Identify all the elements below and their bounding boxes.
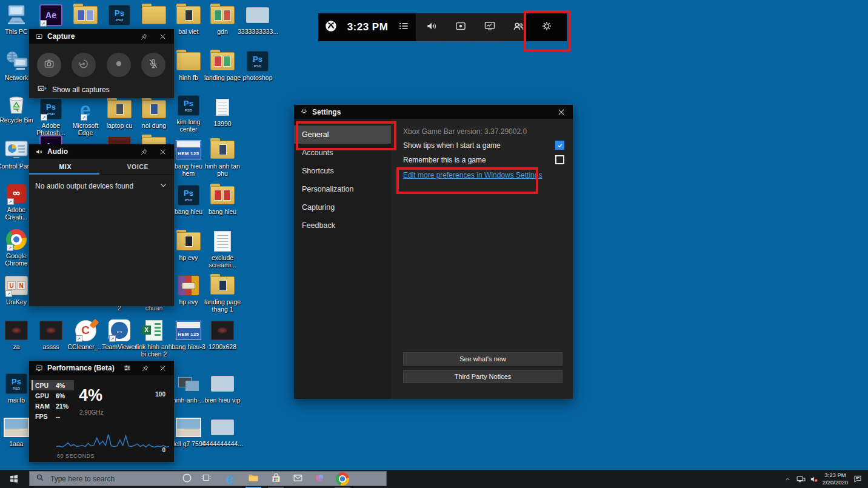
audio-tab-voice[interactable]: VOICE — [102, 159, 175, 174]
desktop-icon-label: noi dung — [142, 122, 166, 129]
gamebar-capture-button[interactable] — [446, 13, 475, 41]
taskbar-app-cortana[interactable] — [178, 470, 196, 488]
start-button[interactable] — [0, 470, 28, 488]
desktop-icon-hinh-anh-tan-phu[interactable]: hinh anh tan phu — [202, 138, 242, 177]
perf-stat-fps[interactable]: FPS-- — [32, 411, 74, 421]
folder-icon — [176, 230, 201, 253]
audio-tab-mix[interactable]: MIX — [29, 159, 102, 174]
folder-icon — [210, 274, 235, 297]
tray-chevron-up-icon[interactable] — [781, 470, 794, 488]
settings-titlebar[interactable]: Settings — [294, 105, 573, 119]
checkbox-checked[interactable] — [555, 141, 564, 150]
taskbar-app-chrome[interactable] — [333, 470, 352, 488]
close-icon[interactable] — [158, 363, 168, 373]
close-icon[interactable] — [157, 146, 168, 157]
pin-icon[interactable] — [138, 31, 149, 42]
audio-widget-title: Audio — [47, 147, 130, 156]
desktop-icon-label: dell g7 7590 — [171, 440, 205, 447]
audio-widget-titlebar[interactable]: Audio — [29, 144, 174, 159]
performance-widget-title: Performance (Beta) — [47, 364, 115, 372]
desktop-icon-1200x628[interactable]: 1200x628 — [202, 319, 242, 350]
desktop-icon-landing-page-thang-1[interactable]: landing page thang 1 — [202, 274, 242, 313]
record-last-button[interactable] — [72, 53, 96, 77]
checkbox-unchecked[interactable] — [555, 155, 564, 164]
chrome-icon — [336, 472, 349, 486]
settings-nav-shortcuts[interactable]: Shortcuts — [294, 162, 391, 180]
perf-stat-ram[interactable]: RAM21% — [32, 401, 74, 411]
performance-sparkline — [56, 421, 169, 452]
perf-stat-value: -- — [56, 413, 60, 420]
desktop-icon-3333333333[interactable]: 3333333333... — [238, 4, 278, 35]
settings-nav-capturing[interactable]: Capturing — [294, 198, 391, 216]
settings-nav-feedback[interactable]: Feedback — [294, 216, 391, 235]
perf-stat-label: RAM — [35, 403, 51, 410]
gamebar-active-underline — [476, 41, 501, 43]
desktop-icon-label: Google Chrome — [5, 252, 27, 267]
taskbar-app-photos[interactable] — [310, 470, 329, 488]
performance-icon — [484, 20, 496, 35]
hem-icon: HEM 125 — [176, 319, 201, 342]
desktop-icon-label: assss — [43, 343, 59, 350]
tray-volume-muted-icon[interactable] — [807, 470, 821, 488]
desktop-icon-4444444444[interactable]: 4444444444... — [202, 416, 242, 447]
gamebar-performance-button[interactable] — [475, 13, 504, 41]
desktop-icon-photoshop[interactable]: PsPSDphotoshop — [238, 50, 278, 81]
psd-icon: PsPSD — [178, 94, 199, 117]
taskbar-app-store[interactable] — [267, 470, 285, 488]
desktop-icon-gdn[interactable]: gdn — [202, 4, 242, 35]
widget-menu-icon[interactable] — [398, 20, 410, 35]
store-icon — [270, 472, 282, 486]
tray-clock[interactable]: 3:23 PM 2/20/2020 — [821, 472, 850, 486]
excel-icon: X — [145, 319, 162, 342]
desktop-icon-label: 13990 — [213, 120, 231, 127]
action-center-icon[interactable] — [851, 470, 864, 488]
close-icon[interactable] — [157, 31, 168, 42]
desktop-icon-bien-hieu-vip[interactable]: bien hieu vip — [202, 372, 242, 404]
gamebar-audio-button[interactable] — [417, 13, 446, 41]
shortcut-arrow-icon: ↗ — [109, 335, 116, 342]
settings-nav-personalization[interactable]: Personalization — [294, 180, 391, 198]
options-sliders-icon[interactable] — [122, 363, 132, 373]
edge-icon: e — [226, 472, 234, 486]
desktop-icon-label: gdn — [217, 28, 228, 35]
gear-icon — [300, 107, 308, 118]
perf-stat-gpu[interactable]: GPU6% — [32, 390, 74, 401]
desktop: This PCNetworkRecycle BinControl Pan...∞… — [0, 0, 868, 488]
tray-network-display-icon[interactable] — [794, 470, 807, 488]
performance-widget-titlebar[interactable]: Performance (Beta) — [29, 361, 174, 375]
chevron-down-icon[interactable] — [159, 181, 168, 192]
mic-off-icon — [147, 58, 159, 72]
perf-stat-cpu[interactable]: CPU4% — [32, 380, 74, 390]
audio-empty-message: No audio output devices found — [35, 182, 133, 190]
taskbar-app-edge[interactable]: e — [221, 470, 239, 488]
mic-off-button[interactable] — [141, 53, 165, 77]
taskbar-app-mail[interactable] — [289, 470, 307, 488]
record-button[interactable] — [107, 53, 131, 77]
capture-widget-body: Show all captures — [29, 44, 174, 98]
psd-icon: PsPSD↗ — [40, 98, 62, 121]
pin-icon[interactable] — [140, 363, 150, 373]
desktop-icon-exclude-screami[interactable]: exclude screami... — [202, 230, 242, 269]
pin-icon[interactable] — [138, 146, 149, 157]
gamebar-left-section: 3:23 PM — [318, 13, 416, 41]
desktop-icon-bang-hieu[interactable]: bang hieu — [202, 184, 242, 215]
close-icon[interactable] — [556, 107, 567, 118]
settings-option-row: Show tips when I start a game — [403, 141, 564, 150]
desktop-icon-landing-page[interactable]: landing page — [202, 50, 242, 81]
performance-icon — [35, 364, 43, 372]
capture-icon — [455, 20, 467, 35]
performance-widget-body: CPU4%GPU6%RAM21%FPS-- 4% 2.90GHz 100 0 6… — [29, 375, 174, 462]
taskbar-app-file-explorer[interactable] — [244, 470, 262, 488]
desktop-icon-label: 3333333333... — [238, 28, 278, 35]
perf-stat-label: GPU — [35, 392, 51, 399]
taskbar-app-task-view[interactable] — [197, 470, 215, 488]
screenshot-button[interactable] — [37, 53, 61, 77]
capture-widget-titlebar[interactable]: Capture — [29, 29, 174, 44]
third-party-notices-button[interactable]: Third Party Notices — [403, 370, 563, 383]
desktop-icon-13990[interactable]: 13990 — [202, 96, 242, 127]
rar-icon — [178, 274, 199, 297]
see-whats-new-button[interactable]: See what's new — [403, 352, 563, 366]
show-all-captures-button[interactable]: Show all captures — [37, 84, 110, 96]
xbox-logo-icon[interactable] — [324, 19, 338, 35]
filegray-icon — [246, 4, 269, 27]
